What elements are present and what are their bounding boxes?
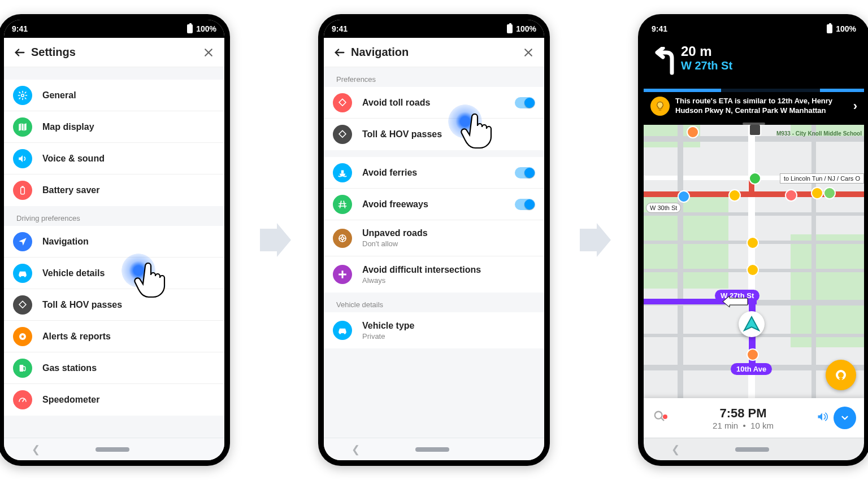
- row-general[interactable]: General: [4, 80, 224, 111]
- battery-icon: [187, 24, 193, 33]
- map-mood-icon[interactable]: [823, 187, 836, 199]
- status-battery: 100%: [836, 24, 856, 33]
- map-pin-police-icon[interactable]: [678, 190, 690, 203]
- android-nav-bar: ❮: [324, 438, 544, 460]
- row-avoid-freeways[interactable]: Avoid freeways: [324, 189, 544, 220]
- toggle-avoid-toll-roads[interactable]: [515, 97, 535, 108]
- map-mood-icon[interactable]: [785, 189, 797, 202]
- row-label: Avoid toll roads: [362, 98, 515, 108]
- close-button[interactable]: [199, 43, 218, 62]
- phone-navigation-settings: 9:41 100% Navigation Preferences Avoid t…: [318, 14, 550, 466]
- row-toll-hov-passes[interactable]: Toll & HOV passes: [4, 289, 224, 321]
- status-battery: 100%: [516, 24, 536, 33]
- svg-point-9: [21, 335, 24, 338]
- row-avoid-ferries[interactable]: Avoid ferries: [324, 157, 544, 189]
- row-vehicle-details[interactable]: Vehicle details: [4, 258, 224, 289]
- row-sublabel: Always: [362, 276, 535, 285]
- nav-back-icon[interactable]: ❮: [671, 443, 680, 456]
- svg-line-11: [23, 399, 24, 402]
- close-button[interactable]: [519, 43, 537, 62]
- row-alerts-reports[interactable]: Alerts & reports: [4, 321, 224, 352]
- row-vehicle-type[interactable]: Vehicle typePrivate: [324, 312, 544, 348]
- map-pin-construction-icon[interactable]: [749, 172, 761, 185]
- row-label: Avoid freeways: [362, 199, 515, 210]
- nav-back-icon[interactable]: ❮: [32, 443, 40, 456]
- row-map-display[interactable]: Map display: [4, 111, 224, 143]
- map-mood-icon[interactable]: [747, 348, 759, 361]
- row-sublabel: Private: [362, 332, 535, 341]
- eta-bar[interactable]: 7:58 PM 21 min • 10 km: [644, 398, 864, 438]
- banner-text: This route's ETA is similar to 12th Ave,…: [675, 97, 848, 116]
- map-mood-icon[interactable]: [747, 264, 759, 276]
- search-icon[interactable]: [644, 410, 675, 426]
- battery-icon: [507, 24, 513, 33]
- header: Navigation: [324, 38, 544, 67]
- dirt-icon: [333, 229, 352, 248]
- row-speedometer[interactable]: Speedometer: [4, 384, 224, 416]
- svg-rect-10: [20, 365, 24, 372]
- section-driving-prefs: Driving preferences: [4, 206, 224, 226]
- map-mood-icon[interactable]: [747, 237, 759, 249]
- row-label: Voice & sound: [42, 154, 215, 164]
- current-position: [739, 311, 765, 337]
- turn-left-icon: [652, 43, 681, 75]
- map-view[interactable]: W 30th St to Lincoln Tun / NJ / Cars O M…: [644, 125, 864, 438]
- expand-button[interactable]: [834, 407, 856, 429]
- phone-nav-active: 9:41 100% 20 m W 27th St This: [638, 14, 868, 466]
- svg-point-7: [24, 275, 26, 277]
- row-label: Unpaved roads: [362, 228, 535, 238]
- bulb-icon: [650, 97, 670, 116]
- back-button[interactable]: [331, 43, 349, 62]
- report-button[interactable]: [826, 360, 856, 390]
- row-navigation[interactable]: Navigation: [4, 226, 224, 258]
- status-bar: 9:41 100%: [324, 20, 544, 38]
- row-label: Avoid difficult intersections: [362, 265, 535, 275]
- svg-rect-4: [21, 187, 25, 194]
- sound-icon[interactable]: [811, 411, 834, 425]
- row-label: Battery saver: [42, 185, 215, 195]
- map-mood-icon[interactable]: [811, 187, 823, 199]
- toggle-avoid-freeways[interactable]: [515, 199, 535, 210]
- row-sublabel: Don't allow: [362, 239, 535, 248]
- map-mood-icon[interactable]: [687, 126, 699, 138]
- poi-label: M933 - City Knoll Middle School: [776, 130, 862, 137]
- nav-home-icon[interactable]: [735, 447, 769, 452]
- route-banner[interactable]: This route's ETA is similar to 12th Ave,…: [644, 92, 864, 120]
- status-bar: 9:41 100%: [4, 20, 224, 38]
- alert-icon: [13, 327, 32, 346]
- nav-back-icon[interactable]: ❮: [351, 443, 360, 456]
- row-unpaved-roads[interactable]: Unpaved roadsDon't allow: [324, 220, 544, 256]
- svg-rect-23: [338, 274, 346, 276]
- row-avoid-toll-roads[interactable]: Avoid toll roads: [324, 87, 544, 119]
- flow-arrow-icon: [577, 223, 611, 257]
- eta-time: 7:58 PM: [675, 406, 811, 421]
- row-battery-saver[interactable]: Battery saver: [4, 174, 224, 206]
- header: Settings: [4, 38, 224, 67]
- row-label: Vehicle type: [362, 321, 535, 331]
- map-icon: [13, 117, 32, 137]
- map-mood-icon[interactable]: [728, 189, 741, 202]
- road-label: W 30th St: [646, 203, 681, 213]
- svg-marker-26: [744, 317, 759, 330]
- row-label: Speedometer: [42, 395, 215, 405]
- svg-point-17: [341, 237, 344, 239]
- row-gas-stations[interactable]: Gas stations: [4, 352, 224, 384]
- toggle-avoid-ferries[interactable]: [515, 167, 535, 178]
- content: Preferences Avoid toll roadsToll & HOV p…: [324, 67, 544, 438]
- chevron-right-icon: ›: [853, 99, 857, 114]
- svg-rect-15: [341, 170, 344, 173]
- row-label: Alerts & reports: [42, 331, 215, 342]
- status-time: 9:41: [12, 24, 184, 33]
- android-nav-bar: ❮: [644, 438, 864, 460]
- row-label: Toll & HOV passes: [42, 300, 215, 310]
- nav-home-icon[interactable]: [415, 447, 449, 452]
- page-title: Navigation: [349, 46, 519, 59]
- row-toll-hov-passes[interactable]: Toll & HOV passes: [324, 119, 544, 150]
- row-voice-sound[interactable]: Voice & sound: [4, 143, 224, 174]
- status-time: 9:41: [332, 24, 504, 33]
- row-label: Navigation: [42, 237, 215, 247]
- row-avoid-difficult-intersections[interactable]: Avoid difficult intersectionsAlways: [324, 256, 544, 293]
- turn-street: W 27th St: [681, 59, 732, 72]
- nav-home-icon[interactable]: [96, 447, 129, 452]
- back-button[interactable]: [11, 43, 29, 62]
